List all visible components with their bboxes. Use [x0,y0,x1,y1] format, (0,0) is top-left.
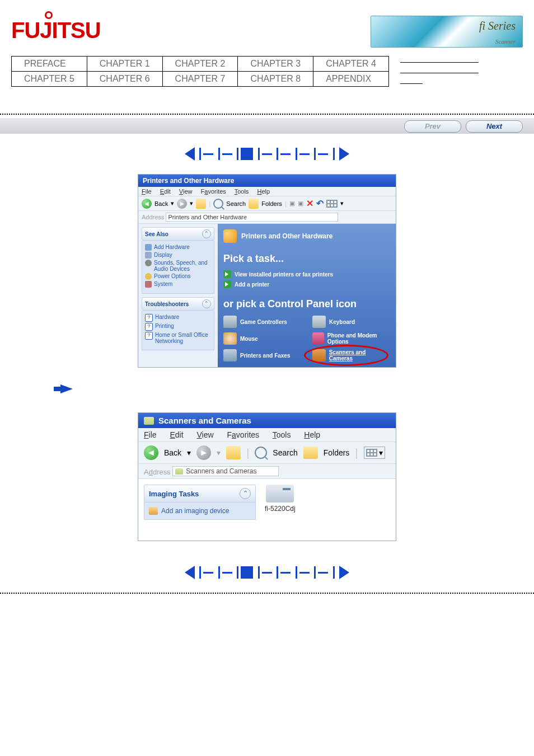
menu-view[interactable]: View [179,188,193,195]
menu-help[interactable]: Help [304,430,320,439]
moveto-icon[interactable]: ▣ [289,200,295,207]
back-icon[interactable]: ◄ [142,199,152,209]
collapse-icon[interactable]: ⌃ [202,299,211,308]
folders-icon[interactable] [249,199,259,209]
cp-keyboard[interactable]: Keyboard [329,319,355,325]
cp-phone[interactable]: Phone and Modem Options [327,332,390,345]
power-icon [145,273,152,280]
nav-chapter-5[interactable]: CHAPTER 5 [12,72,87,87]
nav-chapter-4[interactable]: CHAPTER 4 [313,57,389,72]
nav-chapter-3[interactable]: CHAPTER 3 [238,57,313,72]
menu-favorites[interactable]: Favorites [201,188,226,195]
nav-appendix[interactable]: APPENDIX [313,72,389,87]
prev-button[interactable]: Prev [404,120,461,133]
display-icon [145,252,152,259]
menu-file[interactable]: FFileile [142,188,152,195]
cp-mouse[interactable]: Mouse [240,336,258,342]
folders-icon[interactable] [303,447,318,459]
search-icon[interactable] [255,447,267,459]
address-label: Address [142,214,164,220]
win1-titlebar: Printers and Other Hardware [138,175,396,187]
brand-text: FUJITSU [11,18,101,43]
address-input[interactable]: Scanners and Cameras [172,466,279,476]
menu-tools[interactable]: Tools [273,430,291,439]
menu-help[interactable]: Help [257,188,270,195]
forward-icon[interactable]: ► [196,445,211,460]
task-view-printers[interactable]: View installed printers or fax printers [235,271,333,278]
menu-view[interactable]: View [197,430,214,439]
divider [0,114,534,115]
nav-chapter-8[interactable]: CHAPTER 8 [238,72,313,87]
back-label[interactable]: Back [164,448,181,457]
pager-prev-icon[interactable] [185,147,195,161]
nav-chapter-2[interactable]: CHAPTER 2 [162,57,238,72]
win2-toolbar: ◄ Back▾ ►▾ | Search Folders | ▾ [138,442,396,464]
pager-prev-icon[interactable] [185,566,195,579]
up-icon[interactable] [196,199,206,209]
up-icon[interactable] [226,446,241,459]
copyto-icon[interactable]: ▣ [298,200,303,207]
collapse-icon[interactable]: ⌃ [202,229,211,238]
device-item[interactable]: fi-5220Cdj [265,485,296,535]
chapter-nav: PREFACE CHAPTER 1 CHAPTER 2 CHAPTER 3 CH… [11,56,389,87]
collapse-icon[interactable]: ⌃ [240,488,251,499]
sounds-icon [145,260,152,266]
cp-game[interactable]: Game Controllers [240,319,287,325]
side-link-3[interactable] [400,76,423,84]
nav-chapter-7[interactable]: CHAPTER 7 [162,72,238,87]
win1-title: Printers and Other Hardware [143,177,234,185]
menu-edit[interactable]: Edit [160,188,171,195]
main-header: Printers and Other Hardware [241,232,332,240]
pager-top [0,134,534,174]
search-label[interactable]: Search [273,448,297,457]
pager-next-icon[interactable] [339,147,349,161]
device-label: fi-5220Cdj [265,505,296,513]
side-link-1[interactable] [400,54,479,63]
menu-file[interactable]: File [144,430,157,439]
link-sounds[interactable]: Sounds, Speech, and Audio Devices [154,260,211,272]
folders-label[interactable]: Folders [261,200,282,207]
imaging-tasks-head[interactable]: Imaging Tasks ⌃ [144,485,256,503]
undo-icon[interactable]: ↶ [316,198,324,209]
address-input[interactable] [166,213,338,222]
win1-menubar: FFileile Edit View Favorites Tools Help [138,187,396,196]
ts-hardware[interactable]: Hardware [155,314,179,320]
ts-printing[interactable]: Printing [155,323,174,329]
link-power[interactable]: Power Options [154,273,191,279]
back-label[interactable]: Back [154,200,168,207]
help-icon: ? [145,323,153,331]
next-button[interactable]: Next [466,120,523,133]
link-display[interactable]: Display [154,252,172,258]
prev-next-bar: Prev Next [0,118,534,134]
folders-label[interactable]: Folders [324,448,350,457]
add-device-icon [149,507,158,515]
views-button[interactable]: ▾ [364,447,385,459]
menu-edit[interactable]: Edit [170,430,183,439]
back-icon[interactable]: ◄ [144,445,158,460]
arrow-icon [223,270,231,278]
task-add-printer[interactable]: Add a printer [235,281,269,288]
ts-networking[interactable]: Home or Small Office Networking [155,332,211,344]
menu-favorites[interactable]: Favorites [227,430,260,439]
mouse-icon [223,332,237,345]
side-link-2[interactable] [400,65,479,73]
nav-chapter-1[interactable]: CHAPTER 1 [87,57,162,72]
add-imaging-device[interactable]: Add an imaging device [161,507,229,515]
pick-a-task: Pick a task... [223,253,390,265]
link-system[interactable]: System [154,281,172,287]
screenshot-printers-window: Printers and Other Hardware FFileile Edi… [138,174,396,368]
menu-tools[interactable]: Tools [235,188,249,195]
search-icon[interactable] [213,199,223,209]
cp-printers[interactable]: Printers and Faxes [240,353,290,359]
troubleshooters-head[interactable]: Troubleshooters ⌃ [142,297,214,311]
pager-next-icon[interactable] [339,566,349,579]
nav-chapter-6[interactable]: CHAPTER 6 [87,72,162,87]
nav-preface[interactable]: PREFACE [12,57,87,72]
forward-icon[interactable]: ► [177,199,187,209]
views-icon[interactable] [326,200,338,208]
search-label[interactable]: Search [226,200,246,207]
delete-icon[interactable]: ✕ [306,198,313,209]
help-icon: ? [145,332,153,340]
link-add-hardware[interactable]: Add Hardware [154,244,190,250]
see-also-head[interactable]: See Also ⌃ [142,227,214,241]
